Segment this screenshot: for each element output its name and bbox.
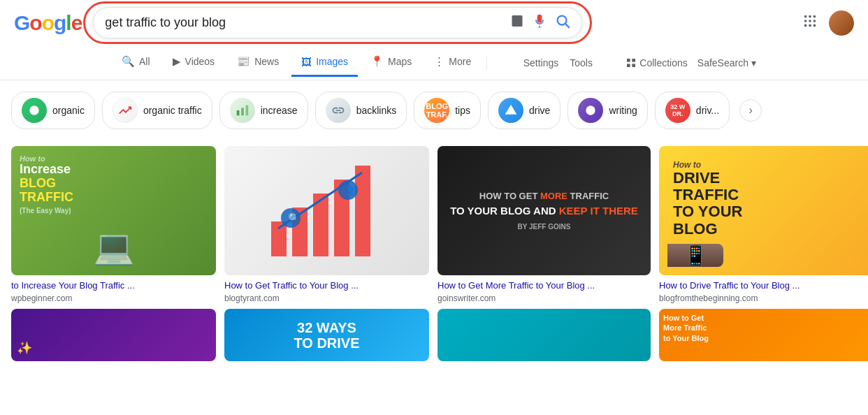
image-card-3[interactable]: HOW TO GET MORE TRAFFIC TO YOUR BLOG AND… — [437, 146, 651, 303]
tab-images[interactable]: 🖼 Images — [291, 49, 358, 77]
tab-more[interactable]: ⋮ More — [424, 48, 481, 77]
news-icon: 📰 — [237, 55, 250, 68]
image-thumb-7 — [437, 309, 651, 361]
tools-link[interactable]: Tools — [570, 57, 593, 68]
image1-illustration: 💻 — [93, 228, 135, 267]
tab-news[interactable]: 📰 News — [227, 48, 289, 77]
chip-organic-thumb — [22, 98, 47, 123]
tab-all[interactable]: 🔍 All — [112, 48, 160, 77]
chip-increase[interactable]: increase — [219, 92, 308, 129]
svg-rect-17 — [241, 108, 244, 115]
chip-tips[interactable]: BLOGTRAF. tips — [414, 92, 481, 129]
image-card-domain-1: wpbeginner.com — [11, 293, 216, 303]
chip-writing-thumb — [578, 98, 603, 123]
images-icon: 🖼 — [301, 56, 312, 68]
image-card-domain-2: blogtyrant.com — [224, 293, 429, 303]
image-thumb-3: HOW TO GET MORE TRAFFIC TO YOUR BLOG AND… — [437, 146, 651, 275]
svg-point-7 — [813, 20, 816, 22]
image-card-2[interactable]: 🔍 👤 How to Get Traffic to Your Blog ... … — [224, 146, 429, 303]
image-thumb-2: 🔍 👤 — [224, 146, 429, 275]
svg-point-5 — [804, 20, 807, 22]
image-thumb-6: 32 WAYSTO DRIVE — [224, 309, 429, 361]
user-avatar[interactable] — [829, 10, 854, 36]
svg-point-6 — [809, 20, 811, 22]
svg-point-3 — [809, 15, 811, 18]
svg-rect-16 — [236, 110, 239, 115]
svg-line-1 — [565, 24, 569, 27]
chips-row: organic organic traffic increase backlin… — [0, 80, 868, 135]
chip-drive[interactable]: drive — [488, 92, 560, 129]
svg-point-15 — [29, 105, 38, 115]
nav-right: Settings Tools — [523, 57, 593, 68]
camera-search-icon[interactable] — [510, 14, 524, 31]
collections-link[interactable]: Collections — [625, 57, 687, 68]
image-thumb-1: How to Increase BLOGTRAFFIC (The Easy Wa… — [11, 146, 216, 275]
svg-rect-20 — [271, 221, 287, 256]
search-input[interactable]: get traffic to your blog — [105, 15, 503, 30]
chip-backlinks[interactable]: backlinks — [315, 92, 407, 129]
search-icons — [510, 13, 570, 32]
chip-writing[interactable]: writing — [567, 92, 647, 129]
image-grid-row1: How to Increase BLOGTRAFFIC (The Easy Wa… — [0, 135, 868, 303]
chip-organic-traffic-thumb — [113, 98, 138, 123]
safesearch-link[interactable]: SafeSearch ▾ — [697, 57, 756, 68]
search-bar-wrapper: get traffic to your blog — [93, 7, 582, 38]
voice-search-icon[interactable] — [533, 14, 547, 31]
svg-rect-13 — [627, 64, 630, 67]
image-thumb-5: ✨ — [11, 309, 216, 361]
image-card-1[interactable]: How to Increase BLOGTRAFFIC (The Easy Wa… — [11, 146, 216, 303]
chip-organic-traffic[interactable]: organic traffic — [102, 92, 212, 129]
chip-drive-thumb — [498, 98, 523, 123]
svg-rect-14 — [632, 64, 636, 67]
settings-link[interactable]: Settings — [523, 57, 559, 68]
nav-far-right: Collections SafeSearch ▾ — [625, 57, 756, 68]
header: Google get traffic to your blog — [0, 0, 868, 45]
svg-rect-12 — [632, 59, 636, 62]
svg-rect-18 — [245, 105, 248, 116]
image-card-6[interactable]: 32 WAYSTO DRIVE — [224, 309, 429, 361]
all-icon: 🔍 — [122, 55, 135, 68]
svg-rect-24 — [355, 166, 370, 256]
more-icon: ⋮ — [434, 55, 444, 68]
maps-icon: 📍 — [370, 55, 384, 68]
image-card-8[interactable]: How to GetMore Trafficto Your Blog — [659, 309, 868, 361]
header-right — [802, 10, 854, 36]
chip-increase-thumb — [230, 98, 255, 123]
chip-organic[interactable]: organic — [11, 92, 95, 129]
chip-driv2[interactable]: 32 WDR. driv... — [655, 92, 730, 129]
image-card-title-2: How to Get Traffic to Your Blog ... — [224, 279, 429, 292]
image-card-title-3: How to Get More Traffic to Your Blog ... — [437, 279, 651, 292]
image-card-title-4: How to Drive Traffic to Your Blog ... — [659, 279, 868, 292]
svg-rect-11 — [627, 59, 630, 62]
nav-divider — [486, 56, 487, 70]
svg-text:👤: 👤 — [345, 185, 356, 196]
videos-icon: ▶ — [173, 55, 181, 68]
search-submit-icon[interactable] — [555, 13, 570, 32]
tab-videos[interactable]: ▶ Videos — [163, 48, 225, 77]
tab-maps[interactable]: 📍 Maps — [361, 48, 421, 77]
svg-point-4 — [813, 15, 816, 18]
svg-point-8 — [804, 24, 807, 27]
image-card-7[interactable] — [437, 309, 651, 361]
google-logo[interactable]: Google — [14, 11, 82, 35]
image-grid-row2: ✨ 32 WAYSTO DRIVE How to GetMore Traffic… — [0, 303, 868, 372]
chip-tips-thumb: BLOGTRAF. — [424, 98, 449, 123]
image-card-domain-4: blogfromthebeginning.com — [659, 293, 868, 303]
svg-point-2 — [804, 15, 807, 18]
image-card-4[interactable]: How to DRIVETRAFFICTO YOURBLOG 📱 How to … — [659, 146, 868, 303]
image-thumb-4: How to DRIVETRAFFICTO YOURBLOG 📱 — [659, 146, 868, 275]
svg-point-9 — [809, 24, 811, 27]
svg-point-10 — [813, 24, 816, 27]
image-card-domain-3: goinswriter.com — [437, 293, 651, 303]
image-card-title-1: to Increase Your Blog Traffic ... — [11, 279, 216, 292]
svg-point-19 — [586, 105, 595, 115]
image-thumb-8: How to GetMore Trafficto Your Blog — [659, 309, 868, 361]
google-apps-icon[interactable] — [802, 13, 818, 32]
image-card-5[interactable]: ✨ — [11, 309, 216, 361]
chip-driv2-thumb: 32 WDR. — [665, 98, 690, 123]
search-bar: get traffic to your blog — [93, 7, 582, 38]
chip-backlinks-thumb — [326, 98, 351, 123]
nav-tabs: 🔍 All ▶ Videos 📰 News 🖼 Images 📍 Maps ⋮ … — [0, 45, 868, 80]
svg-text:🔍: 🔍 — [288, 212, 301, 224]
chips-next-button[interactable]: › — [739, 99, 762, 122]
